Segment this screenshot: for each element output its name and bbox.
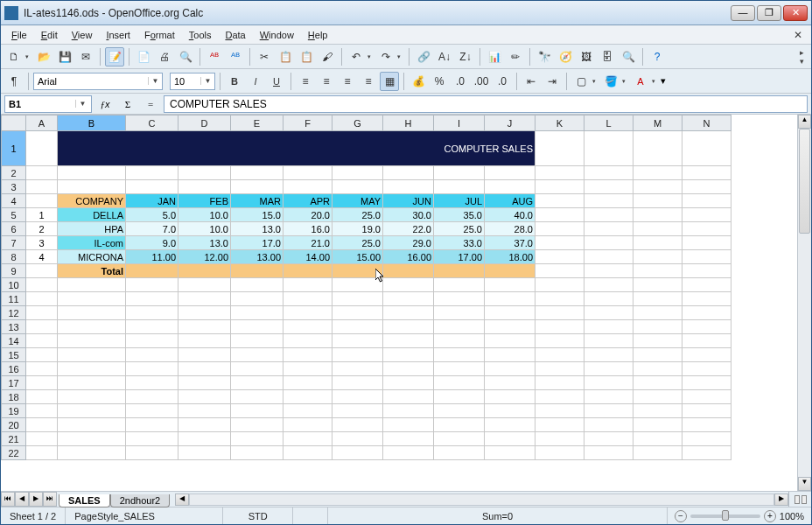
cell-D15[interactable] bbox=[178, 348, 231, 362]
cell-J7[interactable]: 37.0 bbox=[485, 236, 536, 250]
cell-D20[interactable] bbox=[178, 418, 231, 432]
row-header-22[interactable]: 22 bbox=[2, 446, 26, 460]
col-header-N[interactable]: N bbox=[682, 116, 732, 131]
cell-N8[interactable] bbox=[682, 250, 732, 264]
cell-I12[interactable] bbox=[434, 306, 485, 320]
col-header-F[interactable]: F bbox=[284, 116, 332, 131]
inc-indent-button[interactable]: ⇥ bbox=[542, 72, 562, 91]
cell-H21[interactable] bbox=[383, 432, 434, 446]
cell-L22[interactable] bbox=[584, 446, 634, 460]
maximize-button[interactable]: ❐ bbox=[757, 5, 781, 21]
name-box[interactable]: ▼ bbox=[4, 95, 92, 113]
menu-help[interactable]: Help bbox=[301, 28, 335, 42]
cell-A12[interactable] bbox=[26, 306, 58, 320]
cell-I7[interactable]: 33.0 bbox=[434, 236, 485, 250]
merge-cells-button[interactable]: ▦ bbox=[380, 72, 399, 91]
dec-indent-button[interactable]: ⇤ bbox=[522, 72, 541, 91]
cell-D7[interactable]: 13.0 bbox=[178, 236, 231, 250]
cell-I21[interactable] bbox=[434, 432, 485, 446]
cell-A9[interactable] bbox=[26, 264, 58, 278]
bold-button[interactable]: B bbox=[225, 72, 244, 91]
cell-A10[interactable] bbox=[26, 278, 58, 292]
cell-F4[interactable]: APR bbox=[284, 194, 332, 208]
cell-J13[interactable] bbox=[485, 320, 536, 334]
preview-button[interactable]: 🔍 bbox=[176, 47, 195, 66]
cell-J3[interactable] bbox=[485, 180, 536, 194]
cell-A5[interactable]: 1 bbox=[26, 208, 58, 222]
cell-E18[interactable] bbox=[231, 390, 284, 404]
cell-C5[interactable]: 5.0 bbox=[126, 208, 178, 222]
cell-D5[interactable]: 10.0 bbox=[178, 208, 231, 222]
cell-F10[interactable] bbox=[284, 278, 332, 292]
col-header-I[interactable]: I bbox=[434, 116, 485, 131]
cell-J15[interactable] bbox=[485, 348, 536, 362]
cell-H12[interactable] bbox=[383, 306, 434, 320]
cell-C17[interactable] bbox=[126, 376, 178, 390]
select-all-corner[interactable] bbox=[2, 116, 26, 131]
banner-cell[interactable]: COMPUTER SALES bbox=[58, 131, 536, 166]
cell-N20[interactable] bbox=[682, 418, 732, 432]
cell-K9[interactable] bbox=[536, 264, 584, 278]
cell-L8[interactable] bbox=[584, 250, 634, 264]
cell-M8[interactable] bbox=[634, 250, 682, 264]
borders-button[interactable]: ▢ bbox=[571, 72, 591, 91]
cell-H2[interactable] bbox=[383, 166, 434, 180]
datasources-button[interactable]: 🗄 bbox=[598, 47, 617, 66]
row-header-3[interactable]: 3 bbox=[2, 180, 26, 194]
del-decimal-button[interactable]: .0 bbox=[493, 72, 512, 91]
menu-insert[interactable]: Insert bbox=[99, 28, 137, 42]
email-button[interactable]: ✉ bbox=[76, 47, 95, 66]
tab-last-button[interactable]: ⏭ bbox=[43, 492, 57, 507]
cell-N22[interactable] bbox=[682, 446, 732, 460]
cell-N15[interactable] bbox=[682, 348, 732, 362]
cell-M18[interactable] bbox=[634, 390, 682, 404]
cell-N2[interactable] bbox=[682, 166, 732, 180]
cell-G15[interactable] bbox=[332, 348, 383, 362]
cell-L2[interactable] bbox=[584, 166, 634, 180]
cell-N9[interactable] bbox=[682, 264, 732, 278]
cell-J2[interactable] bbox=[485, 166, 536, 180]
cell-N17[interactable] bbox=[682, 376, 732, 390]
cell-C14[interactable] bbox=[126, 334, 178, 348]
cell-F19[interactable] bbox=[284, 404, 332, 418]
cell-D17[interactable] bbox=[178, 376, 231, 390]
cell-A19[interactable] bbox=[26, 404, 58, 418]
autospell-button[interactable]: ᴬᴮ bbox=[226, 47, 245, 66]
cell-C19[interactable] bbox=[126, 404, 178, 418]
cell-K3[interactable] bbox=[536, 180, 584, 194]
align-center-button[interactable]: ≡ bbox=[317, 72, 336, 91]
cell-J5[interactable]: 40.0 bbox=[485, 208, 536, 222]
cell-K17[interactable] bbox=[536, 376, 584, 390]
cell-L19[interactable] bbox=[584, 404, 634, 418]
cell-M22[interactable] bbox=[634, 446, 682, 460]
cell-L14[interactable] bbox=[584, 334, 634, 348]
cell-E10[interactable] bbox=[231, 278, 284, 292]
toolbar-overflow-icon[interactable]: ▾ bbox=[661, 75, 666, 87]
cell-J10[interactable] bbox=[485, 278, 536, 292]
cell-G20[interactable] bbox=[332, 418, 383, 432]
cell-K19[interactable] bbox=[536, 404, 584, 418]
menu-view[interactable]: View bbox=[65, 28, 100, 42]
cell-G21[interactable] bbox=[332, 432, 383, 446]
cell-G22[interactable] bbox=[332, 446, 383, 460]
cell-L17[interactable] bbox=[584, 376, 634, 390]
zoom-slider[interactable] bbox=[690, 514, 760, 518]
cell-L18[interactable] bbox=[584, 390, 634, 404]
cell-H7[interactable]: 29.0 bbox=[383, 236, 434, 250]
cell-D11[interactable] bbox=[178, 292, 231, 306]
new-button[interactable]: 🗋 bbox=[4, 47, 24, 66]
cell-N12[interactable] bbox=[682, 306, 732, 320]
close-document-button[interactable]: ✕ bbox=[788, 29, 808, 41]
menu-window[interactable]: Window bbox=[253, 28, 301, 42]
cell-A21[interactable] bbox=[26, 432, 58, 446]
cell-L9[interactable] bbox=[584, 264, 634, 278]
cell-N5[interactable] bbox=[682, 208, 732, 222]
cell-J21[interactable] bbox=[485, 432, 536, 446]
cell-F2[interactable] bbox=[284, 166, 332, 180]
cell-I5[interactable]: 35.0 bbox=[434, 208, 485, 222]
align-right-button[interactable]: ≡ bbox=[338, 72, 357, 91]
row-header-13[interactable]: 13 bbox=[2, 320, 26, 334]
equals-button[interactable]: = bbox=[141, 99, 160, 109]
cell-B2[interactable] bbox=[58, 166, 126, 180]
cell-L16[interactable] bbox=[584, 362, 634, 376]
